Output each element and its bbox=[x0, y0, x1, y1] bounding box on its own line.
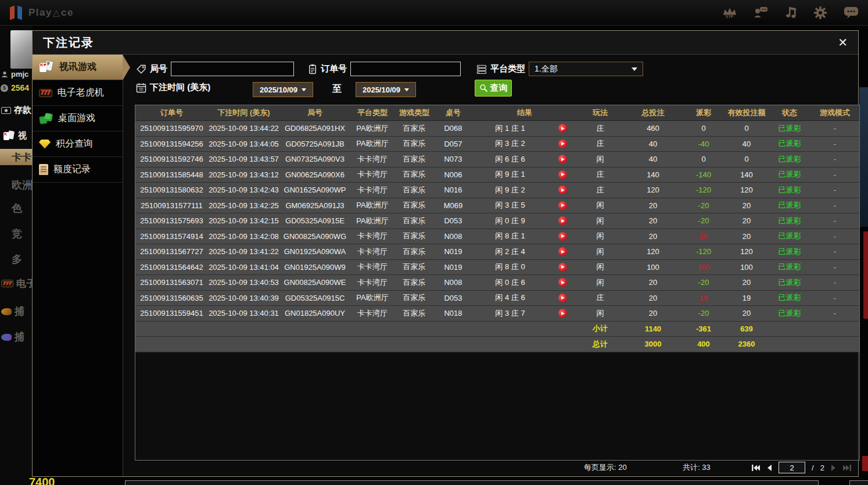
bg-menu-fishing-2[interactable]: 捕 bbox=[1, 330, 24, 344]
music-icon[interactable] bbox=[784, 6, 797, 20]
cell-payout: 19 bbox=[683, 294, 724, 302]
tab-points-query[interactable]: 积分查询 bbox=[33, 131, 123, 157]
bg-menu-se[interactable]: 色 bbox=[12, 201, 22, 215]
table-header-row: 订单号 下注时间 (美东) 局号 平台类型 游戏类型 桌号 结果 玩法 总投注 … bbox=[135, 105, 859, 121]
table-row: 251009131574914 2025-10-09 13:42:08 GN00… bbox=[135, 229, 859, 245]
col-status: 状态 bbox=[769, 108, 810, 118]
replay-button[interactable] bbox=[548, 124, 577, 133]
cell-game-type: 百家乐 bbox=[394, 123, 434, 134]
tab-table-games[interactable]: 桌面游戏 bbox=[33, 106, 123, 131]
slots-777-icon: 777 bbox=[39, 89, 52, 97]
replay-button[interactable] bbox=[548, 309, 577, 318]
fish-icon bbox=[1, 334, 12, 341]
bg-menu-slots[interactable]: 777 电子 bbox=[1, 277, 33, 290]
col-order: 订单号 bbox=[135, 108, 208, 118]
total-valid-bet: 2360 bbox=[724, 340, 769, 348]
table-row: 251009131577111 2025-10-09 13:42:25 GM06… bbox=[135, 198, 859, 214]
last-page-button[interactable] bbox=[843, 464, 851, 472]
table-row: 251009131585448 2025-10-09 13:43:12 GN00… bbox=[135, 167, 859, 183]
replay-button[interactable] bbox=[548, 155, 577, 163]
cell-bet-time: 2025-10-09 13:43:12 bbox=[208, 170, 279, 179]
cell-round-id: GN01825A090UY bbox=[279, 309, 350, 318]
modal-tabs: 9 K♥ 视讯游戏 777 电子老虎机 桌面游戏 积分查询 bbox=[33, 55, 123, 476]
bg-menu-europe[interactable]: 欧洲 bbox=[12, 178, 33, 192]
bg-menu-fishing-1[interactable]: 捕 bbox=[1, 305, 24, 318]
slots-777-icon: 777 bbox=[1, 280, 13, 287]
settings-gear-icon[interactable] bbox=[813, 6, 827, 20]
play-icon bbox=[558, 278, 567, 287]
total-count-label: 共计: 33 bbox=[683, 462, 711, 473]
cell-game-mode: - bbox=[810, 201, 859, 210]
cell-result: 闲 3 庄 5 bbox=[472, 200, 548, 211]
bg-menu-duo[interactable]: 多 bbox=[12, 252, 22, 266]
replay-button[interactable] bbox=[548, 201, 577, 210]
cell-order-id: 251009131567727 bbox=[135, 247, 208, 256]
cell-round-id: GN00825A090WE bbox=[279, 278, 350, 287]
replay-button[interactable] bbox=[548, 170, 577, 179]
tab-video-games[interactable]: 9 K♥ 视讯游戏 bbox=[33, 55, 123, 80]
user-icon bbox=[1, 71, 8, 78]
replay-button[interactable] bbox=[548, 186, 577, 194]
tab-credit-records[interactable]: 额度记录 bbox=[33, 157, 123, 183]
cell-round-id: GN01925A090W9 bbox=[279, 263, 350, 272]
close-icon[interactable]: ✕ bbox=[838, 37, 848, 48]
playace-logo-icon bbox=[9, 5, 23, 20]
replay-button[interactable] bbox=[548, 263, 577, 272]
cell-table-no: N008 bbox=[434, 278, 472, 287]
cards-icon: 9 K♥ bbox=[39, 61, 54, 73]
first-page-button[interactable] bbox=[752, 464, 760, 472]
replay-button[interactable] bbox=[548, 278, 577, 287]
tab-label: 视讯游戏 bbox=[59, 61, 96, 73]
cell-play-method: 闲 bbox=[577, 200, 623, 211]
cell-play-method: 闲 bbox=[577, 231, 623, 241]
cell-platform: 卡卡湾厅 bbox=[350, 169, 394, 180]
replay-button[interactable] bbox=[548, 140, 577, 148]
bet-time-filter-label: 下注时间 (美东) bbox=[136, 82, 210, 93]
dice-icon bbox=[39, 113, 53, 124]
cell-valid-bet: 120 bbox=[724, 247, 769, 256]
balance-value: 2564 bbox=[11, 83, 29, 92]
cell-game-type: 百家乐 bbox=[394, 154, 434, 165]
date-to-picker[interactable]: 2025/10/09 bbox=[356, 82, 416, 97]
cell-valid-bet: 120 bbox=[724, 186, 769, 194]
cell-bet-time: 2025-10-09 13:41:04 bbox=[208, 263, 279, 272]
replay-button[interactable] bbox=[548, 247, 577, 256]
replay-button[interactable] bbox=[548, 216, 577, 225]
cell-platform: 卡卡湾厅 bbox=[350, 247, 394, 257]
play-icon bbox=[558, 140, 567, 148]
cell-bet-time: 2025-10-09 13:43:57 bbox=[208, 155, 279, 163]
tab-slots[interactable]: 777 电子老虎机 bbox=[33, 80, 123, 106]
cell-play-method: 庄 bbox=[577, 293, 623, 303]
replay-button[interactable] bbox=[548, 294, 577, 302]
replay-button[interactable] bbox=[548, 232, 577, 241]
table-body: 251009131595970 2025-10-09 13:44:22 GD06… bbox=[135, 121, 859, 322]
tab-label: 电子老虎机 bbox=[58, 87, 104, 99]
bg-menu-video[interactable]: K 视 bbox=[3, 130, 27, 141]
customer-service-icon[interactable] bbox=[753, 6, 768, 20]
order-input[interactable] bbox=[350, 62, 461, 76]
prev-page-button[interactable] bbox=[766, 464, 772, 472]
background-banner-fragment bbox=[859, 87, 868, 227]
search-button[interactable]: 查询 bbox=[475, 80, 512, 97]
col-table: 桌号 bbox=[434, 108, 472, 118]
round-label: 局号 bbox=[150, 63, 167, 74]
play-icon bbox=[558, 155, 567, 163]
platform-select[interactable]: 1.全部 bbox=[529, 62, 643, 76]
next-page-button[interactable] bbox=[831, 464, 837, 472]
cell-round-id: GN00825A090WG bbox=[279, 232, 350, 241]
vip-icon[interactable]: VIP bbox=[723, 7, 737, 19]
deposit-button[interactable]: 存款 bbox=[1, 105, 31, 116]
cell-status: 已派彩 bbox=[769, 308, 810, 319]
cell-payout: 0 bbox=[683, 155, 724, 163]
cell-result: 闲 3 庄 7 bbox=[472, 308, 548, 319]
bg-menu-jing[interactable]: 竞 bbox=[12, 227, 22, 241]
page-number-input[interactable] bbox=[779, 462, 805, 473]
bg-menu-kaka-selected[interactable]: 卡卡 bbox=[0, 149, 33, 165]
cell-platform: PA欧洲厅 bbox=[350, 293, 394, 303]
chat-icon[interactable] bbox=[844, 6, 859, 20]
round-input[interactable] bbox=[171, 62, 294, 76]
play-icon bbox=[558, 309, 567, 318]
cell-status: 已派彩 bbox=[769, 138, 810, 149]
date-from-picker[interactable]: 2025/10/09 bbox=[253, 82, 313, 97]
subtotal-label: 小计 bbox=[577, 323, 623, 334]
